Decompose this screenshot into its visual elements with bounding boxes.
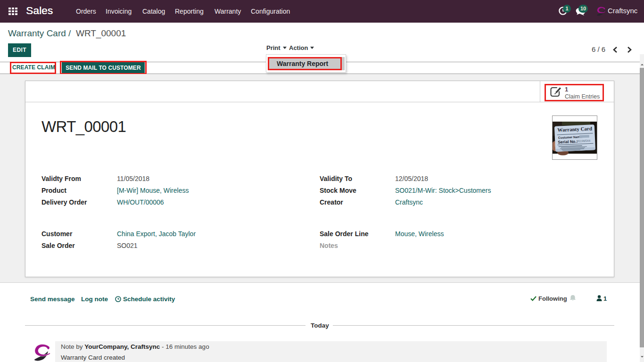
svg-text:95199544: 95199544 xyxy=(577,139,591,143)
svg-text:Serial No.:: Serial No.: xyxy=(558,139,578,145)
